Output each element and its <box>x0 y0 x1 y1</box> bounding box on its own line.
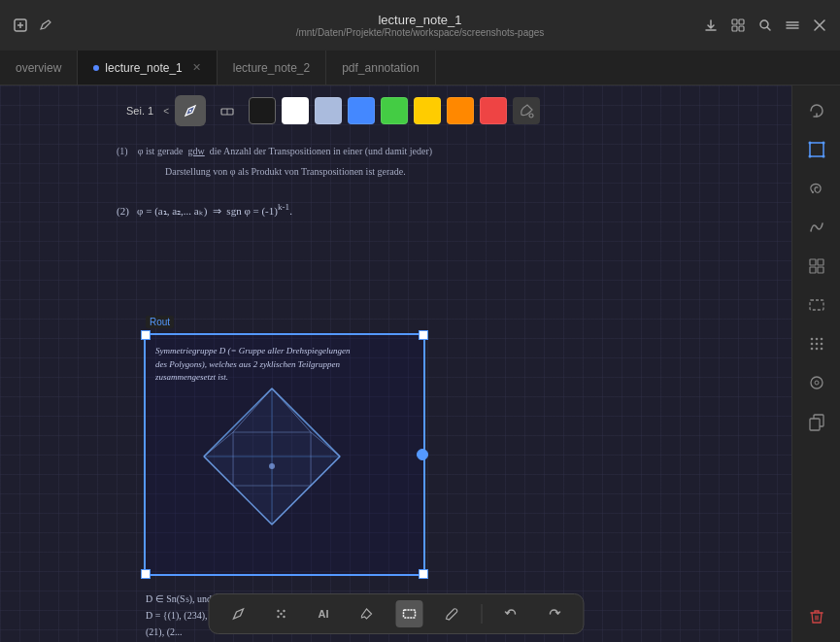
handwritten-area-1: (1) φ ist gerade gdw die Anzahl der Tran… <box>117 142 704 181</box>
hw-line-1: (1) φ ist gerade gdw die Anzahl der Tran… <box>117 142 704 181</box>
edit-icon[interactable] <box>37 17 54 34</box>
tab-pdf-annotation[interactable]: pdf_annotation <box>326 51 435 84</box>
selection-label: Rout <box>146 316 174 328</box>
svg-rect-53 <box>818 259 823 265</box>
svg-point-41 <box>283 610 285 612</box>
tab-pdf-annotation-label: pdf_annotation <box>342 61 419 75</box>
svg-point-51 <box>812 191 814 193</box>
search-icon[interactable] <box>756 17 774 34</box>
toolbar-top: Sei. 1 < <box>126 95 540 126</box>
svg-rect-56 <box>810 300 823 310</box>
svg-point-57 <box>810 338 813 341</box>
wrench-button[interactable] <box>438 600 465 627</box>
svg-point-64 <box>815 348 818 351</box>
dashed-rect-button[interactable] <box>799 287 834 322</box>
page-less: < <box>163 106 169 117</box>
eraser-tool-button[interactable] <box>212 95 243 126</box>
menu-icon[interactable] <box>784 17 801 34</box>
shape-button[interactable] <box>395 600 422 627</box>
close-button[interactable] <box>811 17 828 34</box>
titlebar: lecture_note_1 /mnt/Daten/Projekte/Rnote… <box>0 0 840 51</box>
ai-label: AI <box>319 608 329 620</box>
lasso-select-button[interactable] <box>799 93 834 128</box>
svg-point-43 <box>283 616 285 618</box>
handle-top-right[interactable] <box>419 330 428 340</box>
eraser-sidebar-button[interactable] <box>799 365 834 400</box>
svg-point-67 <box>815 381 819 385</box>
titlebar-center: lecture_note_1 /mnt/Daten/Projekte/Rnote… <box>296 13 545 38</box>
page-indicator: Sei. 1 <box>126 105 153 117</box>
svg-point-42 <box>277 616 279 618</box>
tabbar: overview lecture_note_1 ✕ lecture_note_2… <box>0 51 840 85</box>
right-sidebar <box>791 85 840 642</box>
svg-point-66 <box>811 377 823 389</box>
dots-tool-button[interactable] <box>799 326 834 361</box>
pen-tool-button[interactable] <box>175 95 206 126</box>
color-green[interactable] <box>381 97 408 124</box>
tab-overview-label: overview <box>16 61 61 75</box>
view-icon[interactable] <box>729 17 747 34</box>
tab-modified-dot <box>93 65 99 71</box>
color-blue[interactable] <box>348 97 375 124</box>
hw-line-2: (2) φ = (a₁, a₂,... aₖ) ⇒ sgn φ = (-1)k-… <box>117 202 292 218</box>
svg-rect-6 <box>732 26 737 31</box>
svg-point-63 <box>810 348 813 351</box>
svg-point-48 <box>822 142 824 145</box>
color-red[interactable] <box>480 97 507 124</box>
color-lightblue[interactable] <box>315 97 342 124</box>
tab-lecture-note-1[interactable]: lecture_note_1 ✕ <box>78 51 217 84</box>
svg-point-50 <box>822 155 824 158</box>
tab-lecture-note-2-label: lecture_note_2 <box>233 61 310 75</box>
selection-box[interactable]: Rout Symmetriegruppe D (= Gruppe aller D… <box>144 333 425 576</box>
svg-rect-5 <box>739 19 744 24</box>
window-title: lecture_note_1 <box>296 13 545 27</box>
main-area: Sei. 1 < <box>0 85 840 642</box>
curve-tool-button[interactable] <box>799 210 834 245</box>
color-yellow[interactable] <box>414 97 441 124</box>
tab-close-button[interactable]: ✕ <box>192 61 201 74</box>
svg-rect-45 <box>403 610 415 618</box>
handle-middle-right[interactable] <box>417 449 428 460</box>
handle-top-left[interactable] <box>141 330 151 340</box>
svg-rect-55 <box>818 267 823 273</box>
svg-rect-4 <box>732 19 737 24</box>
undo-button[interactable] <box>497 600 524 627</box>
svg-rect-52 <box>810 259 816 265</box>
svg-point-65 <box>820 348 823 351</box>
dots-button[interactable] <box>267 600 294 627</box>
canvas-area[interactable]: Sei. 1 < <box>0 85 791 642</box>
grid-tool-button[interactable] <box>799 249 834 284</box>
svg-point-59 <box>820 338 823 341</box>
redo-button[interactable] <box>540 600 567 627</box>
svg-point-18 <box>529 114 533 118</box>
highlighter-button[interactable] <box>353 600 380 627</box>
svg-point-15 <box>189 110 191 112</box>
sel-text-2: des Polygons), welches aus 2 zyklischen … <box>155 359 340 369</box>
svg-point-58 <box>815 338 818 341</box>
pen-bottom-button[interactable] <box>224 600 252 627</box>
titlebar-left <box>12 17 54 34</box>
svg-marker-39 <box>204 389 340 524</box>
tab-overview[interactable]: overview <box>0 51 78 84</box>
bucket-button[interactable] <box>513 97 540 124</box>
color-white[interactable] <box>282 97 309 124</box>
svg-point-61 <box>815 343 818 346</box>
svg-line-9 <box>767 27 770 30</box>
color-orange[interactable] <box>447 97 474 124</box>
handle-bottom-right[interactable] <box>419 569 428 579</box>
svg-rect-69 <box>810 419 820 430</box>
tab-lecture-note-2[interactable]: lecture_note_2 <box>218 51 326 84</box>
color-black[interactable] <box>249 97 276 124</box>
lasso-button[interactable] <box>799 171 834 206</box>
svg-point-44 <box>280 613 282 615</box>
window-subtitle: /mnt/Daten/Projekte/Rnote/workspace/scre… <box>296 27 545 38</box>
delete-button[interactable] <box>799 599 834 634</box>
download-icon[interactable] <box>702 17 720 34</box>
ai-text-button[interactable]: AI <box>310 600 337 627</box>
svg-point-62 <box>820 343 823 346</box>
add-icon[interactable] <box>12 17 29 34</box>
rect-select-button[interactable] <box>799 132 834 167</box>
handle-bottom-left[interactable] <box>141 569 151 579</box>
sel-text-1: Symmetriegruppe D (= Gruppe aller Drehsp… <box>155 346 350 355</box>
copy-button[interactable] <box>799 404 834 439</box>
